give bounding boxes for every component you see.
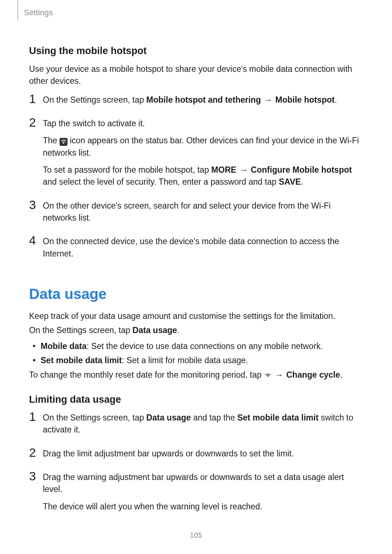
step-number: 2 [29, 116, 43, 128]
step-body: On the other device's screen, search for… [43, 200, 363, 229]
hotspot-step-3: 3 On the other device's screen, search f… [29, 200, 363, 229]
subheading-hotspot: Using the mobile hotspot [29, 45, 363, 57]
label-data-usage: Data usage [132, 325, 177, 335]
step-number: 1 [29, 410, 43, 423]
data-usage-intro2: On the Settings screen, tap Data usage. [29, 324, 363, 336]
page-number: 105 [0, 531, 392, 539]
text: and tap the [191, 413, 237, 422]
bullet-set-mobile-data-limit: Set mobile data limit: Set a limit for m… [29, 354, 363, 366]
label-mobile-hotspot-tethering: Mobile hotspot and tethering [146, 95, 261, 104]
text: On the Settings screen, tap [43, 413, 146, 422]
limiting-step-3: 3 Drag the warning adjustment bar upward… [29, 471, 363, 518]
text: The [43, 136, 60, 145]
hotspot-step-4: 4 On the connected device, use the devic… [29, 235, 363, 265]
bullet-mobile-data: Mobile data: Set the device to use data … [29, 340, 363, 352]
step-number: 3 [29, 198, 43, 211]
text: On the connected device, use the device'… [43, 235, 363, 260]
text: icon appears on the status bar. Other de… [43, 136, 359, 157]
hotspot-steps: 1 On the Settings screen, tap Mobile hot… [29, 94, 363, 265]
step-number: 1 [29, 93, 43, 105]
text: : Set the device to use data connections… [87, 341, 323, 351]
arrow-icon: → [261, 95, 275, 104]
label-change-cycle: Change cycle [286, 370, 340, 379]
data-usage-intro1: Keep track of your data usage amount and… [29, 310, 363, 322]
step-body: On the connected device, use the device'… [43, 235, 363, 265]
arrow-icon: → [236, 165, 251, 175]
section-title-data-usage: Data usage [29, 286, 363, 302]
label-data-usage: Data usage [146, 413, 191, 422]
main-content: Using the mobile hotspot Use your device… [29, 11, 363, 518]
step-number: 4 [29, 234, 43, 246]
limiting-steps: 1 On the Settings screen, tap Data usage… [29, 412, 363, 518]
text: . [335, 95, 337, 104]
hotspot-intro: Use your device as a mobile hotspot to s… [29, 63, 363, 87]
text: To change the monthly reset date for the… [29, 370, 264, 379]
hotspot-status-icon [60, 138, 68, 146]
breadcrumb: Settings [24, 8, 53, 17]
header-marker [17, 0, 18, 20]
step-body: On the Settings screen, tap Data usage a… [43, 412, 363, 441]
text: To set a password for the mobile hotspot… [43, 165, 211, 175]
text: The device will alert you when the warni… [43, 501, 363, 513]
hotspot-step-2: 2 Tap the switch to activate it. The ico… [29, 118, 363, 193]
text: and select the level of security. Then, … [43, 177, 279, 186]
text: Drag the warning adjustment bar upwards … [43, 471, 363, 496]
text: Tap the switch to activate it. [43, 118, 363, 130]
svg-point-0 [63, 143, 64, 144]
text: On the Settings screen, tap [43, 95, 146, 104]
label-mobile-data: Mobile data [41, 341, 87, 351]
text: Drag the limit adjustment bar upwards or… [43, 448, 363, 460]
text: . [340, 370, 342, 379]
step-body: On the Settings screen, tap Mobile hotsp… [43, 94, 363, 111]
arrow-icon: → [272, 370, 286, 379]
change-cycle-line: To change the monthly reset date for the… [29, 369, 363, 381]
limiting-step-1: 1 On the Settings screen, tap Data usage… [29, 412, 363, 441]
text: . [301, 177, 303, 186]
step-body: Drag the limit adjustment bar upwards or… [43, 448, 363, 465]
label-set-mobile-data-limit: Set mobile data limit [237, 413, 319, 422]
text: . [177, 325, 179, 335]
label-set-mobile-data-limit: Set mobile data limit [41, 356, 122, 365]
label-more: MORE [211, 165, 236, 175]
step-number: 3 [29, 470, 43, 482]
step-body: Drag the warning adjustment bar upwards … [43, 471, 363, 518]
limiting-step-2: 2 Drag the limit adjustment bar upwards … [29, 448, 363, 465]
subheading-limiting: Limiting data usage [29, 394, 363, 405]
dropdown-triangle-icon [265, 374, 271, 377]
step-number: 2 [29, 446, 43, 459]
text: On the Settings screen, tap [29, 325, 132, 335]
data-usage-bullets: Mobile data: Set the device to use data … [29, 340, 363, 367]
label-save: SAVE [279, 177, 301, 186]
text: On the other device's screen, search for… [43, 200, 363, 224]
page-root: Settings Using the mobile hotspot Use yo… [0, 0, 392, 554]
label-mobile-hotspot: Mobile hotspot [275, 95, 335, 104]
text: : Set a limit for mobile data usage. [122, 356, 248, 365]
step-body: Tap the switch to activate it. The icon … [43, 118, 363, 193]
hotspot-step-1: 1 On the Settings screen, tap Mobile hot… [29, 94, 363, 111]
label-configure-mobile-hotspot: Configure Mobile hotspot [251, 165, 352, 175]
